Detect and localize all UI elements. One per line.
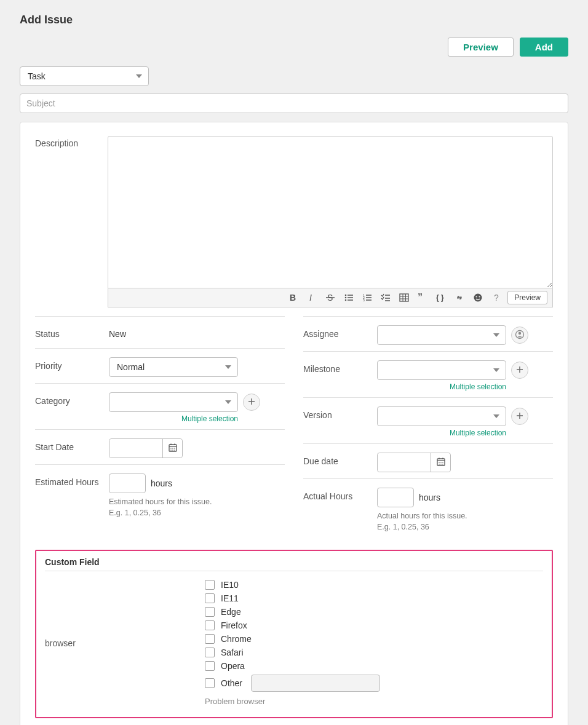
add-button[interactable]: Add — [520, 38, 568, 57]
due-date-input[interactable] — [378, 453, 431, 472]
description-textarea[interactable] — [108, 136, 553, 288]
browser-option: Firefox — [205, 620, 380, 630]
assign-to-me-button[interactable] — [511, 327, 528, 344]
editor-preview-button[interactable]: Preview — [507, 291, 547, 304]
priority-select[interactable]: Normal — [109, 357, 238, 377]
category-multi-link[interactable]: Multiple selection — [109, 414, 238, 423]
calendar-icon — [436, 457, 446, 469]
svg-point-41 — [174, 450, 175, 451]
quote-icon[interactable]: ” — [416, 291, 429, 304]
svg-point-52 — [439, 462, 440, 463]
svg-point-4 — [345, 295, 347, 296]
svg-text:?: ? — [494, 293, 499, 303]
chevron-down-icon — [225, 400, 231, 404]
checkbox[interactable] — [205, 580, 215, 590]
start-date-picker-button[interactable] — [162, 439, 182, 458]
code-icon[interactable]: { } — [435, 291, 447, 304]
help-icon[interactable]: ? — [490, 291, 503, 304]
assignee-label: Assignee — [303, 325, 377, 339]
svg-point-26 — [474, 294, 482, 302]
user-icon — [515, 330, 525, 341]
checkbox[interactable] — [205, 678, 215, 688]
checkbox[interactable] — [205, 648, 215, 657]
svg-text:{ }: { } — [436, 293, 444, 302]
svg-text:B: B — [290, 293, 296, 303]
checkbox-label: Opera — [221, 661, 245, 671]
version-label: Version — [303, 406, 377, 420]
emoji-icon[interactable] — [472, 291, 484, 304]
strikethrough-icon[interactable]: S — [324, 291, 336, 304]
plus-icon — [515, 411, 524, 422]
start-date-input[interactable] — [109, 439, 162, 458]
preview-button[interactable]: Preview — [448, 38, 514, 57]
actual-hours-help1: Actual hours for this issue. — [377, 511, 553, 522]
milestone-select[interactable] — [377, 360, 506, 380]
svg-point-27 — [476, 296, 477, 298]
svg-point-28 — [479, 296, 480, 298]
checkbox-label: Firefox — [221, 620, 247, 630]
add-category-button[interactable] — [243, 394, 260, 411]
checkbox-label: Other — [221, 678, 242, 688]
browser-option: Safari — [205, 648, 380, 657]
priority-label: Priority — [35, 357, 109, 371]
category-label: Category — [35, 392, 109, 406]
browser-option: IE11 — [205, 593, 380, 603]
add-milestone-button[interactable] — [511, 362, 528, 379]
custom-field-help: Problem browser — [205, 697, 380, 706]
svg-point-38 — [174, 448, 175, 449]
status-label: Status — [35, 325, 109, 339]
hours-unit: hours — [419, 493, 440, 502]
svg-point-37 — [172, 448, 173, 449]
editor-toolbar: B I S 123 ” { } ? Preview — [108, 288, 553, 307]
assignee-select[interactable] — [377, 325, 506, 345]
chevron-down-icon — [225, 365, 231, 369]
checkbox-label: Chrome — [221, 634, 252, 644]
svg-text:I: I — [309, 293, 312, 303]
chevron-down-icon — [136, 74, 142, 78]
milestone-multi-link[interactable]: Multiple selection — [377, 382, 506, 391]
svg-point-36 — [170, 448, 172, 449]
due-date-label: Due date — [303, 453, 377, 466]
calendar-icon — [168, 443, 178, 454]
add-version-button[interactable] — [511, 408, 528, 425]
ordered-list-icon[interactable]: 123 — [361, 291, 373, 304]
priority-value: Normal — [117, 362, 145, 372]
checkbox[interactable] — [205, 607, 215, 617]
checklist-icon[interactable] — [379, 291, 392, 304]
checkbox[interactable] — [205, 593, 215, 603]
custom-field-title: Custom Field — [45, 557, 543, 567]
due-date-picker-button[interactable] — [431, 453, 450, 472]
svg-rect-19 — [400, 294, 408, 301]
custom-field-label: browser — [45, 580, 205, 706]
estimated-hours-input[interactable] — [109, 473, 146, 493]
category-select[interactable] — [109, 392, 238, 412]
est-hours-help1: Estimated hours for this issue. — [109, 497, 285, 508]
checkbox[interactable] — [205, 634, 215, 644]
checkbox-label: Edge — [221, 607, 241, 617]
checkbox[interactable] — [205, 620, 215, 630]
bold-icon[interactable]: B — [287, 291, 300, 304]
checkbox-label: IE11 — [221, 593, 239, 603]
subject-input[interactable] — [20, 93, 568, 113]
issue-type-select[interactable]: Task — [20, 66, 149, 86]
checkbox-label: IE10 — [221, 580, 239, 590]
actual-hours-help2: E.g. 1, 0.25, 36 — [377, 522, 553, 533]
version-select[interactable] — [377, 406, 506, 426]
checkbox[interactable] — [205, 661, 215, 671]
chevron-down-icon — [493, 368, 499, 372]
svg-point-6 — [345, 297, 347, 299]
svg-point-55 — [439, 464, 440, 465]
unordered-list-icon[interactable] — [343, 291, 355, 304]
actual-hours-input[interactable] — [377, 488, 414, 507]
svg-point-39 — [170, 450, 172, 451]
browser-option: Chrome — [205, 634, 380, 644]
link-icon[interactable] — [453, 291, 466, 304]
estimated-hours-label: Estimated Hours — [35, 473, 109, 487]
italic-icon[interactable]: I — [306, 291, 318, 304]
browser-option: Edge — [205, 607, 380, 617]
svg-point-40 — [172, 450, 173, 451]
table-icon[interactable] — [398, 291, 410, 304]
other-browser-input[interactable] — [251, 675, 380, 692]
version-multi-link[interactable]: Multiple selection — [377, 429, 506, 437]
actual-hours-label: Actual Hours — [303, 488, 377, 501]
